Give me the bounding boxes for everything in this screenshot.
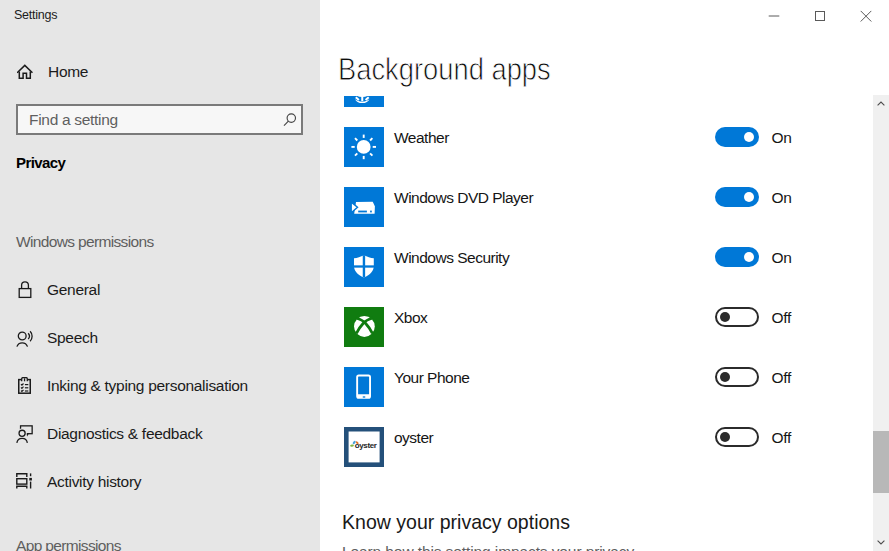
app-row: Xbox Off [320,307,873,367]
weather-sun-icon [344,127,384,167]
category-heading: Privacy [16,154,65,171]
app-row-partial [320,96,873,127]
lock-icon [18,281,32,303]
sidebar-item-label: Inking & typing personalisation [47,378,248,394]
toggle-knob [744,132,754,142]
app-row: oyster oyster Off [320,427,873,487]
privacy-link[interactable]: Learn how this setting impacts your priv… [342,543,634,551]
sidebar: Settings Home Privacy Windows permission… [0,0,320,551]
page-title: Background apps [338,53,551,85]
sidebar-item-diagnostics[interactable]: Diagnostics & feedback [0,413,320,453]
phone-icon [344,367,384,407]
security-shield-icon [344,247,384,287]
svg-text:oyster: oyster [355,441,377,450]
oyster-logo: oyster [344,427,384,467]
app-name: Your Phone [394,370,469,386]
scrollbar[interactable] [873,95,889,551]
toggle-windows-security[interactable] [715,247,759,267]
app-name: Weather [394,130,449,146]
app-row: Windows DVD Player On [320,187,873,247]
scrollbar-down-icon[interactable] [873,534,889,551]
app-name: Windows DVD Player [394,190,533,206]
sidebar-item-label: Speech [47,330,98,346]
toggle-state-label: Off [772,370,792,386]
xbox-icon [344,307,384,347]
inking-icon [18,377,31,398]
close-button[interactable] [843,0,889,32]
sidebar-home-label: Home [48,64,88,80]
section-app-permissions: App permissions [16,537,121,551]
feedback-icon [16,425,33,447]
search-box[interactable] [16,104,303,135]
sidebar-item-general[interactable]: General [0,269,320,309]
speech-icon [16,330,33,351]
maximize-button[interactable] [797,0,843,32]
toggle-your-phone[interactable] [715,367,759,387]
app-row: Windows Security On [320,247,873,307]
toggle-knob [744,252,754,262]
toggle-state-label: On [772,130,792,146]
sidebar-item-label: Activity history [47,474,141,490]
scrollbar-up-icon[interactable] [873,95,889,112]
minimize-button[interactable] [751,0,797,32]
content-area: Background apps [320,0,889,551]
sidebar-item-inking[interactable]: Inking & typing personalisation [0,365,320,405]
app-name: Windows Security [394,250,509,266]
toggle-knob [720,312,730,322]
toggle-knob [720,432,730,442]
scrollbar-thumb[interactable] [873,431,889,493]
search-icon[interactable] [281,111,297,133]
sidebar-item-label: General [47,282,100,298]
sidebar-item-home[interactable]: Home [0,60,320,88]
toggle-state-label: Off [772,430,792,446]
toggle-state-label: Off [772,310,792,326]
activity-history-icon [16,473,33,493]
toggle-dvd-player[interactable] [715,187,759,207]
toggle-knob [720,372,730,382]
window-title: Settings [14,8,57,22]
sidebar-item-speech[interactable]: Speech [0,317,320,357]
search-input[interactable] [29,107,259,132]
sidebar-item-activity-history[interactable]: Activity history [0,461,320,501]
app-name: oyster [394,430,433,446]
toggle-oyster[interactable] [715,427,759,447]
app-row: Your Phone Off [320,367,873,427]
sidebar-item-label: Diagnostics & feedback [47,426,202,442]
section-windows-permissions: Windows permissions [16,233,154,251]
home-icon [17,64,33,84]
toggle-weather[interactable] [715,127,759,147]
toggle-state-label: On [772,250,792,266]
app-row: Weather On [320,127,873,187]
settings-window: Settings Home Privacy Windows permission… [0,0,889,551]
privacy-options-heading: Know your privacy options [342,511,570,533]
dvd-player-icon [344,187,384,227]
app-name: Xbox [394,310,427,326]
toggle-xbox[interactable] [715,307,759,327]
background-apps-list: Weather On Windows DVD Player On [320,96,873,551]
scrolled-app-icon [344,96,384,107]
toggle-state-label: On [772,190,792,206]
toggle-knob [744,192,754,202]
